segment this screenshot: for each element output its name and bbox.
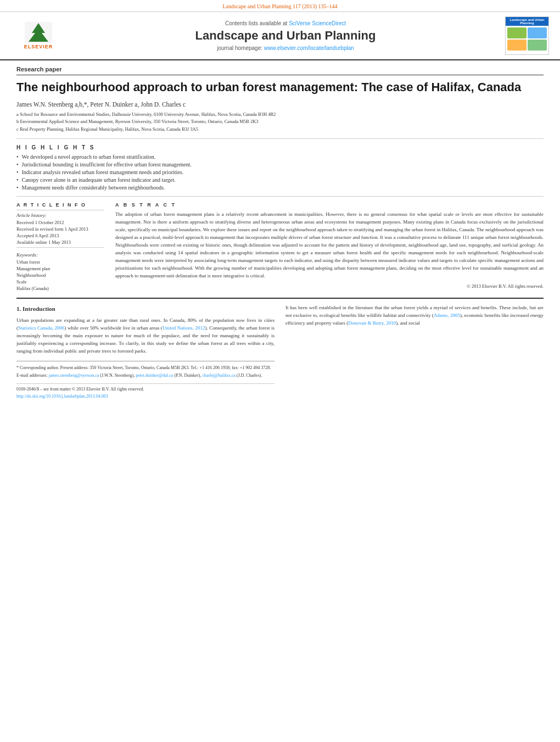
bullet-2: • [16,161,19,168]
keywords-label: Keywords: [16,252,104,258]
highlight-5-text: Management needs differ considerably bet… [22,185,165,191]
date-4: Available online 1 May 2013 [16,239,104,245]
body-col-left: 1. Introduction Urban populations are ex… [16,304,275,400]
abstract-copyright: © 2013 Elsevier B.V. All rights reserved… [115,283,544,289]
sciverse-line: Contents lists available at SciVerse Sci… [66,20,505,26]
keyword-3: Neighbourhood [16,272,104,278]
article-info-abstract: A R T I C L E I N F O Article history: R… [16,202,544,292]
affiliation-b: b Environmental Applied Science and Mana… [16,118,544,126]
abstract-section: A B S T R A C T The adoption of urban fo… [115,202,544,292]
elsevier-tree-icon [22,22,55,44]
authors-line: James W.N. Steenberg a,b,*, Peter N. Dui… [16,101,544,108]
email-link[interactable]: james.steenberg@ryerson.ca [49,373,99,378]
elsevier-text: ELSEVIER [24,44,53,49]
bullet-5: • [16,185,19,191]
thumb-images [506,26,548,52]
main-content: Research paper The neighbourhood approac… [0,60,560,411]
affiliation-c-text: c Real Property Planning, Halifax Region… [16,126,198,133]
journal-thumbnail: Landscape and Urban Planning [505,16,549,55]
issn-line: 0169-2046/$ – see front matter © 2013 El… [16,386,275,393]
affiliation-b-text: b Environmental Applied Science and Mana… [16,118,259,126]
paper-title: The neighbourhood approach to urban fore… [16,80,544,96]
homepage-link[interactable]: www.elsevier.com/locate/landurbplan [264,45,354,51]
email-label: E-mail addresses: [16,373,48,378]
journal-volume-info: Landscape and Urban Planning 117 (2013) … [222,3,337,9]
highlights-section: H I G H L I G H T S •We developed a nove… [16,144,544,191]
highlights-title: H I G H L I G H T S [16,144,544,150]
authors-text: James W.N. Steenberg a,b,*, Peter N. Dui… [16,101,186,108]
copyright-footer: 0169-2046/$ – see front matter © 2013 El… [16,383,275,400]
article-info-title: A R T I C L E I N F O [16,202,104,208]
highlight-1: •We developed a novel approach to urban … [16,154,544,160]
divider-1 [16,138,544,139]
bullet-3: • [16,169,19,175]
highlight-4: •Canopy cover alone is an inadequate urb… [16,177,544,183]
date-3: Accepted 6 April 2013 [16,233,104,238]
footnote-corresponding: * Corresponding author. Present address:… [16,365,275,371]
footnote-email: E-mail addresses: james.steenberg@ryerso… [16,372,275,379]
sciverse-prefix: Contents lists available at [225,20,287,26]
affiliation-a-text: a School for Resource and Environmental … [16,111,276,119]
stats-canada-link[interactable]: Statistics Canada, 2006 [18,325,65,331]
highlights-list: •We developed a novel approach to urban … [16,154,544,191]
highlight-1-text: We developed a novel approach to urban f… [22,154,156,160]
paper-type-label: Research paper [16,66,544,75]
date-2: Received in revised form 1 April 2013 [16,226,104,232]
email-link-3[interactable]: charlej@halifax.ca [202,373,235,378]
thumb-img-3 [507,40,527,51]
intro-text-col1: Urban populations are expanding at a far… [16,317,275,355]
intro-text-col2: It has been well established in the lite… [285,304,544,327]
date-1: Received 1 October 2012 [16,220,104,225]
article-info-divider [16,210,104,210]
thumb-img-2 [528,27,547,38]
keyword-4: Scale [16,279,104,284]
homepage-line: journal homepage: www.elsevier.com/locat… [66,45,505,51]
footnotes: * Corresponding author. Present address:… [16,361,275,379]
journal-title-center: Contents lists available at SciVerse Sci… [66,20,505,51]
elsevier-logo: ELSEVIER [11,21,66,51]
keyword-5: Halifax (Canada) [16,286,104,291]
journal-main-title: Landscape and Urban Planning [66,29,505,43]
page: Landscape and Urban Planning 117 (2013) … [0,0,560,742]
highlight-3: •Indicator analysis revealed urban fores… [16,169,544,175]
thumb-img-4 [528,40,547,51]
sciverse-link[interactable]: SciVerse ScienceDirect [289,20,346,26]
article-info-divider-2 [16,247,104,248]
highlight-2: •Jurisdictional bounding is insufficient… [16,161,544,168]
bullet-4: • [16,177,19,183]
homepage-prefix: journal homepage: [217,45,262,51]
journal-top-header: Landscape and Urban Planning 117 (2013) … [0,0,560,12]
bullet-1: • [16,154,19,160]
affiliation-c: c Real Property Planning, Halifax Region… [16,126,544,133]
doi-link[interactable]: http://dx.doi.org/10.1016/j.landurbplan.… [16,394,108,399]
thumb-header: Landscape and Urban Planning [506,17,548,26]
intro-heading: 1. Introduction [16,304,275,314]
adams-link[interactable]: Adams, 2005 [434,313,460,318]
abstract-title: A B S T R A C T [115,202,544,208]
highlight-2-text: Jurisdictional bounding is insufficient … [22,161,192,168]
affiliations: a School for Resource and Environmental … [16,111,544,133]
abstract-text: The adoption of urban forest management … [115,211,544,280]
body-col-right: It has been well established in the lite… [285,304,544,400]
email-link-2[interactable]: peter.duinker@dal.ca [136,373,173,378]
journal-header-main: ELSEVIER Contents lists available at Sci… [0,12,560,60]
article-history-label: Article history: [16,213,104,218]
divider-2 [16,196,544,197]
highlight-3-text: Indicator analysis revealed urban forest… [22,169,184,175]
highlight-4-text: Canopy cover alone is an inadequate urba… [22,177,176,183]
thumb-img-1 [507,27,527,38]
donovan-link[interactable]: Donovan & Butry, 2010 [348,320,396,326]
keyword-2: Management plan [16,266,104,271]
doi-line: http://dx.doi.org/10.1016/j.landurbplan.… [16,393,275,400]
article-info: A R T I C L E I N F O Article history: R… [16,202,104,292]
keyword-1: Urban forest [16,259,104,265]
highlight-5: •Management needs differ considerably be… [16,185,544,191]
united-nations-link[interactable]: United Nations, 2012 [163,325,205,331]
body-section: 1. Introduction Urban populations are ex… [16,298,544,400]
affiliation-a: a School for Resource and Environmental … [16,111,544,119]
